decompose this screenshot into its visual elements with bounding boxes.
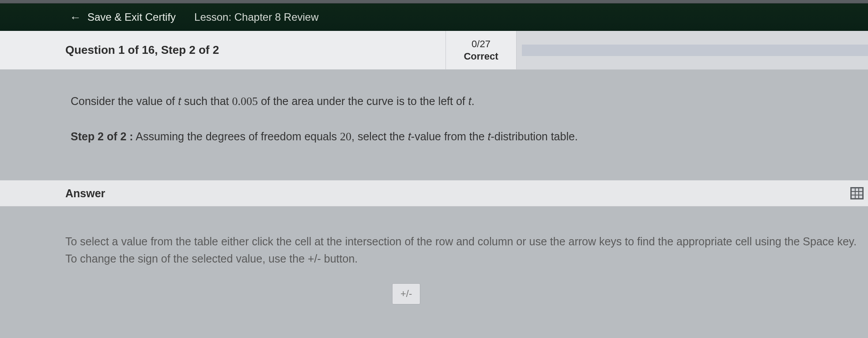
progress-area — [517, 31, 868, 69]
step-pre: Assuming the degrees of freedom equals — [133, 130, 340, 143]
window-frame — [0, 0, 868, 4]
step-num: 20 — [340, 130, 351, 143]
save-exit-link[interactable]: Save & Exit Certify — [87, 11, 176, 23]
step-end: -distribution table. — [491, 130, 577, 143]
sign-toggle-button[interactable]: +/- — [392, 283, 420, 304]
question-header: Question 1 of 16, Step 2 of 2 0/27 Corre… — [0, 31, 868, 70]
instruction-block: To select a value from the table either … — [0, 207, 868, 304]
answer-label: Answer — [65, 187, 105, 200]
lesson-title: Lesson: Chapter 8 Review — [194, 11, 318, 23]
progress-bar — [522, 45, 868, 56]
prompt-var-t2: t — [468, 95, 472, 107]
score-box: 0/27 Correct — [446, 31, 517, 69]
prompt-num: 0.005 — [232, 95, 258, 108]
prompt-mid1: such that — [181, 95, 232, 107]
back-arrow-icon[interactable]: ← — [70, 11, 81, 23]
content-wrap: Question 1 of 16, Step 2 of 2 0/27 Corre… — [0, 31, 868, 304]
prompt-end: . — [472, 95, 475, 107]
table-icon[interactable] — [850, 187, 864, 199]
step-mid2: -value from the — [411, 130, 488, 143]
question-title: Question 1 of 16, Step 2 of 2 — [0, 31, 446, 69]
step-mid: , select the — [351, 130, 408, 143]
step-text: Step 2 of 2 : Assuming the degrees of fr… — [71, 128, 868, 146]
question-body: Consider the value of t such that 0.005 … — [0, 70, 868, 180]
score-value: 0/27 — [472, 38, 491, 50]
prompt-mid2: of the area under the curve is to the le… — [258, 95, 468, 107]
top-bar: ← Save & Exit Certify Lesson: Chapter 8 … — [0, 4, 868, 31]
prompt-text: Consider the value of t such that 0.005 … — [71, 93, 868, 110]
correct-label: Correct — [464, 51, 498, 62]
prompt-pre: Consider the value of — [71, 95, 178, 107]
instruction-text: To select a value from the table either … — [65, 233, 864, 267]
answer-bar: Answer — [0, 180, 868, 207]
step-label: Step 2 of 2 : — [71, 130, 133, 143]
step-var-t1: t — [408, 130, 411, 143]
